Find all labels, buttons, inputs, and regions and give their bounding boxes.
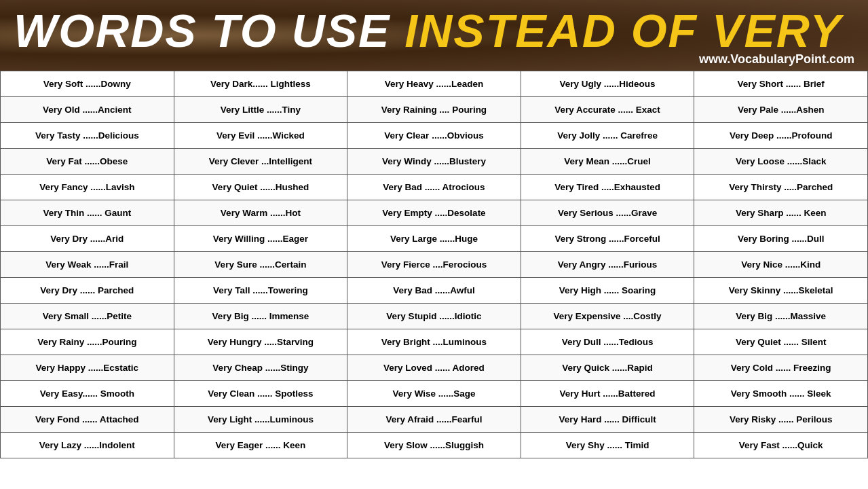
table-row: Very Dry ...... ParchedVery Tall ......T… [1, 278, 868, 304]
table-row: Very Old ......AncientVery Little ......… [1, 97, 868, 123]
table-cell: Very Boring ......Dull [694, 226, 868, 252]
title-white: WORDS TO USE [14, 5, 404, 56]
table-cell: Very Big ...... Immense [174, 304, 347, 329]
table-cell: Very Slow ......Sluggish [347, 433, 521, 458]
word-table: Very Soft ......DownyVery Dark...... Lig… [0, 71, 868, 458]
table-cell: Very Angry ......Furious [521, 252, 694, 278]
table-cell: Very Lazy ......Indolent [1, 433, 174, 458]
table-row: Very Small ......PetiteVery Big ...... I… [1, 304, 868, 329]
table-cell: Very Clean ...... Spotless [174, 381, 347, 407]
table-row: Very Tasty ......DeliciousVery Evil ....… [1, 123, 868, 149]
table-row: Very Dry ......AridVery Willing ......Ea… [1, 226, 868, 252]
title-yellow: INSTEAD OF VERY [404, 5, 842, 56]
table-cell: Very Thin ...... Gaunt [1, 200, 174, 226]
table-cell: Very Sure ......Certain [174, 252, 347, 278]
table-cell: Very Old ......Ancient [1, 97, 174, 123]
table-cell: Very Big ......Massive [694, 304, 868, 329]
table-cell: Very Serious ......Grave [521, 200, 694, 226]
table-cell: Very Loose ......Slack [694, 149, 868, 175]
table-cell: Very Quick ......Rapid [521, 355, 694, 381]
table-cell: Very Clever ...Intelligent [174, 149, 347, 175]
table-row: Very Lazy ......IndolentVery Eager .....… [1, 433, 868, 458]
table-cell: Very High ...... Soaring [521, 278, 694, 304]
table-cell: Very Bad ...... Atrocious [347, 175, 521, 200]
table-cell: Very Weak ......Frail [1, 252, 174, 278]
table-cell: Very Jolly ...... Carefree [521, 123, 694, 149]
table-cell: Very Tired .....Exhausted [521, 175, 694, 200]
table-row: Very Fond ...... AttachedVery Light ....… [1, 407, 868, 433]
table-cell: Very Shy ...... Timid [521, 433, 694, 458]
table-cell: Very Pale ......Ashen [694, 97, 868, 123]
table-cell: Very Quiet ......Hushed [174, 175, 347, 200]
table-cell: Very Raining .... Pouring [347, 97, 521, 123]
table-cell: Very Afraid ......Fearful [347, 407, 521, 433]
table-cell: Very Cheap ......Stingy [174, 355, 347, 381]
table-cell: Very Clear ......Obvious [347, 123, 521, 149]
table-cell: Very Small ......Petite [1, 304, 174, 329]
table-row: Very Weak ......FrailVery Sure ......Cer… [1, 252, 868, 278]
table-cell: Very Hard ...... Difficult [521, 407, 694, 433]
table-row: Very Thin ...... GauntVery Warm ......Ho… [1, 200, 868, 226]
table-cell: Very Easy...... Smooth [1, 381, 174, 407]
table-row: Very Fancy ......LavishVery Quiet ......… [1, 175, 868, 200]
table-row: Very Rainy ......PouringVery Hungry ....… [1, 329, 868, 355]
table-cell: Very Accurate ...... Exact [521, 97, 694, 123]
table-cell: Very Cold ...... Freezing [694, 355, 868, 381]
table-cell: Very Eager ...... Keen [174, 433, 347, 458]
table-cell: Very Mean ......Cruel [521, 149, 694, 175]
table-row: Very Happy ......EcstaticVery Cheap ....… [1, 355, 868, 381]
table-cell: Very Warm ......Hot [174, 200, 347, 226]
table-cell: Very Risky ...... Perilous [694, 407, 868, 433]
table-cell: Very Happy ......Ecstatic [1, 355, 174, 381]
table-cell: Very Evil ......Wicked [174, 123, 347, 149]
table-cell: Very Fierce ....Ferocious [347, 252, 521, 278]
table-cell: Very Short ...... Brief [694, 71, 868, 97]
table-cell: Very Deep ......Profound [694, 123, 868, 149]
table-cell: Very Little ......Tiny [174, 97, 347, 123]
table-cell: Very Empty .....Desolate [347, 200, 521, 226]
table-row: Very Fat ......ObeseVery Clever ...Intel… [1, 149, 868, 175]
table-cell: Very Skinny ......Skeletal [694, 278, 868, 304]
table-cell: Very Expensive ....Costly [521, 304, 694, 329]
table-cell: Very Rainy ......Pouring [1, 329, 174, 355]
word-table-container: Very Soft ......DownyVery Dark...... Lig… [0, 71, 868, 458]
table-cell: Very Heavy ......Leaden [347, 71, 521, 97]
website-url: www.VocabularyPoint.com [699, 52, 854, 67]
table-cell: Very Wise ......Sage [347, 381, 521, 407]
table-row: Very Easy...... SmoothVery Clean ...... … [1, 381, 868, 407]
table-cell: Very Dull ......Tedious [521, 329, 694, 355]
table-cell: Very Stupid ......Idiotic [347, 304, 521, 329]
table-cell: Very Loved ...... Adored [347, 355, 521, 381]
table-cell: Very Light ......Luminous [174, 407, 347, 433]
table-cell: Very Nice ......Kind [694, 252, 868, 278]
table-cell: Very Hurt ......Battered [521, 381, 694, 407]
table-cell: Very Dry ......Arid [1, 226, 174, 252]
table-cell: Very Quiet ...... Silent [694, 329, 868, 355]
table-cell: Very Hungry .....Starving [174, 329, 347, 355]
table-cell: Very Sharp ...... Keen [694, 200, 868, 226]
table-cell: Very Tasty ......Delicious [1, 123, 174, 149]
table-row: Very Soft ......DownyVery Dark...... Lig… [1, 71, 868, 97]
table-cell: Very Fast ......Quick [694, 433, 868, 458]
table-cell: Very Dark...... Lightless [174, 71, 347, 97]
table-cell: Very Large ......Huge [347, 226, 521, 252]
header-title: WORDS TO USE INSTEAD OF VERY [14, 7, 842, 55]
table-cell: Very Tall ......Towering [174, 278, 347, 304]
table-cell: Very Smooth ...... Sleek [694, 381, 868, 407]
table-cell: Very Soft ......Downy [1, 71, 174, 97]
table-cell: Very Fond ...... Attached [1, 407, 174, 433]
table-cell: Very Fat ......Obese [1, 149, 174, 175]
table-cell: Very Windy ......Blustery [347, 149, 521, 175]
table-cell: Very Bad ......Awful [347, 278, 521, 304]
table-cell: Very Dry ...... Parched [1, 278, 174, 304]
table-cell: Very Willing ......Eager [174, 226, 347, 252]
header: WORDS TO USE INSTEAD OF VERY www.Vocabul… [0, 0, 868, 71]
table-cell: Very Strong ......Forceful [521, 226, 694, 252]
table-cell: Very Ugly ......Hideous [521, 71, 694, 97]
table-cell: Very Bright ....Luminous [347, 329, 521, 355]
table-cell: Very Fancy ......Lavish [1, 175, 174, 200]
table-cell: Very Thirsty .....Parched [694, 175, 868, 200]
